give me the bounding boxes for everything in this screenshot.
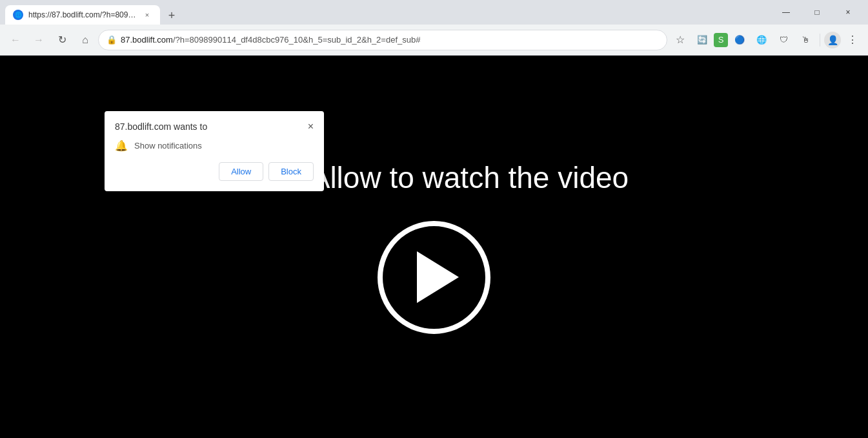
title-bar: 🌐 https://87.bodlift.com/?h=80989... × +… <box>0 0 868 25</box>
extension-2-button[interactable]: S <box>714 33 728 47</box>
forward-button[interactable]: → <box>28 30 49 50</box>
address-bar[interactable]: 🔒 87.bodlift.com/?h=8098990114_df4d8cbc9… <box>98 30 667 50</box>
new-tab-button[interactable]: + <box>163 6 181 25</box>
popup-permission-row: 🔔 Show notifications <box>115 140 314 152</box>
toolbar-separator <box>820 34 820 47</box>
close-button[interactable]: × <box>833 2 863 23</box>
popup-title: 87.bodlift.com wants to <box>115 121 207 132</box>
menu-button[interactable]: ⋮ <box>842 30 863 50</box>
browser-frame: 🌐 https://87.bodlift.com/?h=80989... × +… <box>0 0 868 438</box>
toolbar-right: ☆ 🔄 S 🔵 🌐 🛡 🖱 👤 ⋮ <box>670 30 863 50</box>
maximize-button[interactable]: □ <box>802 2 832 23</box>
extension-3-button[interactable]: 🔵 <box>729 30 750 50</box>
notification-popup: 87.bodlift.com wants to × 🔔 Show notific… <box>105 111 324 191</box>
back-button[interactable]: ← <box>5 30 26 50</box>
toolbar: ← → ↻ ⌂ 🔒 87.bodlift.com/?h=8098990114_d… <box>0 25 868 56</box>
extension-5-button[interactable]: 🛡 <box>773 30 794 50</box>
tab-title: https://87.bodlift.com/?h=80989... <box>28 10 137 19</box>
popup-header: 87.bodlift.com wants to × <box>115 121 314 132</box>
active-tab[interactable]: 🌐 https://87.bodlift.com/?h=80989... × <box>5 5 160 25</box>
window-controls: — □ × <box>771 2 863 23</box>
permission-text: Show notifications <box>134 141 202 151</box>
popup-buttons: Allow Block <box>115 162 314 181</box>
minimize-button[interactable]: — <box>771 2 801 23</box>
home-button[interactable]: ⌂ <box>75 30 96 50</box>
extension-6-button[interactable]: 🖱 <box>795 30 816 50</box>
play-button[interactable] <box>378 221 490 334</box>
address-text: 87.bodlift.com/?h=8098990114_df4d8cbc976… <box>121 35 659 45</box>
block-button[interactable]: Block <box>268 162 314 181</box>
address-domain: 87.bodlift.com <box>121 35 173 45</box>
profile-button[interactable]: 👤 <box>824 32 841 48</box>
allow-button[interactable]: Allow <box>219 162 263 181</box>
bell-icon: 🔔 <box>115 140 128 152</box>
popup-close-button[interactable]: × <box>308 121 314 132</box>
lock-icon: 🔒 <box>106 35 117 45</box>
address-path: /?h=8098990114_df4d8cbc976_10&h_5=sub_id… <box>173 35 421 45</box>
extension-4-button[interactable]: 🌐 <box>751 30 772 50</box>
bookmark-button[interactable]: ☆ <box>670 30 691 50</box>
play-icon <box>417 251 459 303</box>
extension-1-button[interactable]: 🔄 <box>692 30 712 50</box>
tab-favicon: 🌐 <box>13 10 23 20</box>
page-content: 87.bodlift.com wants to × 🔔 Show notific… <box>0 56 868 438</box>
tab-strip: 🌐 https://87.bodlift.com/?h=80989... × + <box>5 0 769 25</box>
tab-close-button[interactable]: × <box>142 10 152 20</box>
reload-button[interactable]: ↻ <box>52 30 72 50</box>
